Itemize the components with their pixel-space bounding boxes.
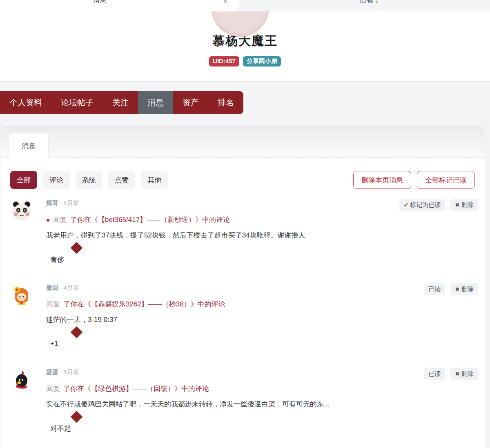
x-icon: ✖ — [455, 370, 460, 377]
thread-link[interactable]: 了你在《【鼎盛娱乐3262】——（秒38）》中的评论 — [63, 299, 225, 309]
reply-verb: 回复 — [46, 384, 60, 393]
message-item: 蛋蛋 5月前 已读 ✖ 删除 回复 了你在《【绿色棋游】——（回馈）》中的评论 … — [0, 368, 486, 439]
browser-tab-active[interactable] — [0, 0, 239, 11]
nav-item-posts[interactable]: 论坛帖子 — [51, 91, 103, 114]
browser-tab-strip: 消息 ✕ 出错了 — [0, 0, 490, 11]
delete-label: 删除 — [461, 370, 474, 378]
profile-nav: 个人资料 论坛帖子 关注 消息 资产 排名 — [0, 91, 243, 114]
filter-all[interactable]: 全部 — [10, 171, 37, 189]
message-actions: ✔ 标记为已读 ✖ 删除 — [399, 199, 478, 211]
filter-comments[interactable]: 评论 — [43, 171, 70, 189]
mark-read-button[interactable]: ✔ 标记为已读 — [399, 199, 445, 211]
tab-messages[interactable]: 消息 — [9, 133, 49, 158]
nav-item-profile[interactable]: 个人资料 — [0, 91, 51, 114]
x-icon: ✖ — [455, 202, 460, 208]
thread-link[interactable]: 了你在《【bet365/417】——（新秒送）》中的评论 — [70, 215, 230, 224]
delete-button[interactable]: ✖ 删除 — [450, 199, 478, 211]
message-username[interactable]: 蛋蛋 — [46, 368, 58, 375]
read-status-button[interactable]: 已读 — [424, 368, 445, 380]
profile-badges: UID:457 分享网小弟 — [0, 56, 490, 67]
browser-tab-inactive-title[interactable]: 出错了 — [352, 0, 389, 5]
message-link-row: 回复 了你在《【鼎盛娱乐3262】——（秒38）》中的评论 — [46, 299, 225, 309]
filter-other[interactable]: 其他 — [141, 171, 168, 189]
read-status-button[interactable]: 已读 — [424, 283, 445, 295]
mark-read-label: 标记为已读 — [410, 201, 441, 209]
x-icon: ✖ — [455, 286, 460, 293]
quoted-comment: +1 — [50, 339, 58, 348]
quote-diamond-icon — [71, 411, 83, 423]
message-time: 4月前 — [63, 284, 79, 291]
message-actions: 已读 ✖ 删除 — [424, 368, 478, 380]
quote-diamond-icon — [71, 326, 83, 339]
nav-item-assets[interactable]: 资产 — [173, 91, 208, 114]
message-time: 4月前 — [63, 200, 79, 206]
nav-item-rank[interactable]: 排名 — [208, 91, 243, 114]
message-body: 我老用户，碰到了37块钱，提了52块钱，然后下楼去了超市买了34块吃得。谢谢撸人 — [46, 231, 454, 240]
avatar[interactable] — [11, 369, 32, 390]
delete-label: 删除 — [461, 286, 474, 293]
message-body: 实在不行就傻鸡巴关网站了吧，一天天的我都进来转转，净发一些傻逼白菜，可有可无的东… — [46, 399, 454, 409]
unread-dot-icon: ● — [46, 217, 50, 223]
delete-page-messages-button[interactable]: 删除本页消息 — [353, 171, 411, 189]
nav-item-messages[interactable]: 消息 — [138, 91, 173, 114]
mark-all-read-button[interactable]: 全部标记已读 — [417, 171, 475, 189]
reply-verb: 回复 — [53, 215, 67, 224]
message-link-row: 回复 了你在《【绿色棋游】——（回馈）》中的评论 — [46, 384, 209, 393]
girl-avatar — [11, 285, 32, 306]
message-body: 迷茫的一天，3-19 0:37 — [46, 315, 454, 324]
message-username[interactable]: 辉哥 — [46, 200, 58, 206]
bird-avatar — [11, 369, 32, 390]
message-actions: 已读 ✖ 删除 — [424, 283, 478, 295]
delete-label: 删除 — [461, 201, 474, 209]
browser-tab-active-title[interactable]: 消息 — [84, 0, 116, 5]
messages-card: 消息 全部 评论 系统 点赞 其他 删除本页消息 全部标记已读 — [0, 126, 485, 448]
check-icon: ✔ — [404, 202, 409, 208]
read-status-label: 已读 — [428, 286, 441, 293]
message-link-row: ● 回复 了你在《【bet365/417】——（新秒送）》中的评论 — [46, 215, 230, 224]
card-header — [0, 127, 485, 157]
read-status-label: 已读 — [428, 370, 441, 378]
bulk-actions: 删除本页消息 全部标记已读 — [353, 171, 475, 189]
message-item: 辉哥 4月前 ✔ 标记为已读 ✖ 删除 ● 回复 了你在《【bet365/417… — [0, 199, 486, 271]
thread-link[interactable]: 了你在《【绿色棋游】——（回馈）》中的评论 — [63, 384, 209, 393]
page: 消息 ✕ 出错了 慕杨大魔王 UID:457 分享网小弟 个人资料 论坛帖子 关… — [0, 0, 490, 448]
filter-system[interactable]: 系统 — [76, 171, 102, 189]
role-badge: 分享网小弟 — [243, 56, 281, 67]
quote-diamond-icon — [71, 242, 83, 254]
message-item: 撤回 4月前 已读 ✖ 删除 回复 了你在《【鼎盛娱乐3262】——（秒38）》… — [0, 283, 486, 355]
nav-item-follow[interactable]: 关注 — [103, 91, 138, 114]
delete-button[interactable]: ✖ 删除 — [450, 283, 478, 295]
message-header: 辉哥 4月前 — [46, 200, 79, 207]
filter-row: 全部 评论 系统 点赞 其他 — [10, 171, 168, 189]
message-time: 5月前 — [63, 368, 79, 375]
message-header: 蛋蛋 5月前 — [46, 368, 79, 376]
quoted-comment: 对不起 — [50, 424, 71, 433]
reply-verb: 回复 — [46, 299, 60, 309]
avatar[interactable] — [11, 200, 32, 222]
message-username[interactable]: 撤回 — [46, 284, 58, 291]
message-header: 撤回 4月前 — [46, 284, 79, 292]
tab-close-icon[interactable]: ✕ — [223, 0, 228, 6]
quoted-comment: 奢侈 — [50, 255, 64, 264]
delete-button[interactable]: ✖ 删除 — [450, 368, 478, 380]
filter-likes[interactable]: 点赞 — [108, 171, 135, 189]
uid-badge: UID:457 — [209, 56, 239, 67]
profile-header: 慕杨大魔王 UID:457 分享网小弟 — [0, 11, 490, 82]
panda-meme-avatar — [11, 200, 32, 222]
avatar[interactable] — [11, 285, 32, 306]
